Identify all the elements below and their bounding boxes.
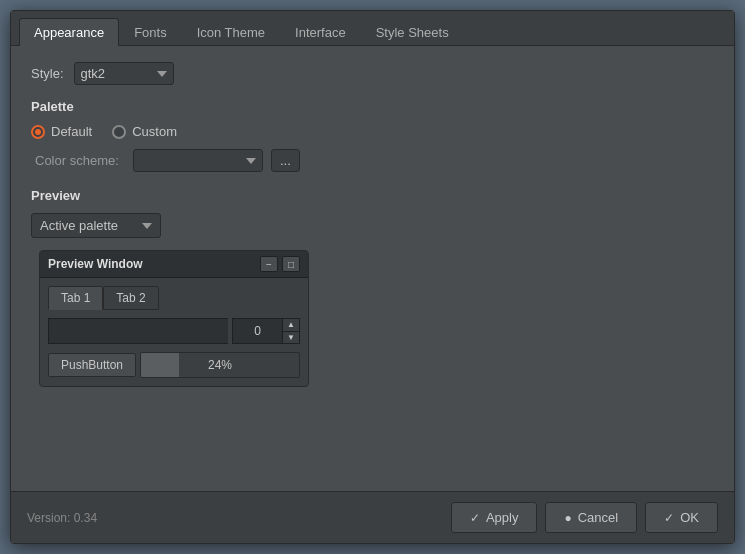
- spinner-up-arrow[interactable]: ▲: [283, 319, 299, 332]
- preview-tab-1[interactable]: Tab 1: [48, 286, 103, 310]
- ok-button[interactable]: ✓ OK: [645, 502, 718, 533]
- progress-bar: 24%: [140, 352, 300, 378]
- ok-label: OK: [680, 510, 699, 525]
- spinner-value: 0: [233, 319, 283, 343]
- color-scheme-label: Color scheme:: [35, 153, 125, 168]
- main-content: Style: gtk2 gtk3 fusion Palette Default …: [11, 46, 734, 491]
- color-scheme-row: Color scheme: ...: [31, 149, 714, 172]
- tab-style-sheets[interactable]: Style Sheets: [361, 18, 464, 46]
- cancel-icon: ●: [564, 511, 571, 525]
- spinner-arrows: ▲ ▼: [283, 319, 299, 343]
- progress-row: PushButton 24%: [48, 352, 300, 378]
- pushbutton[interactable]: PushButton: [48, 353, 136, 377]
- version-text: Version: 0.34: [27, 511, 97, 525]
- main-dialog: Appearance Fonts Icon Theme Interface St…: [10, 10, 735, 544]
- preview-window: Preview Window − □ Tab 1 Tab 2 0: [39, 250, 309, 387]
- tab-interface[interactable]: Interface: [280, 18, 361, 46]
- apply-button[interactable]: ✓ Apply: [451, 502, 538, 533]
- palette-section: Palette Default Custom Color scheme: ...: [31, 99, 714, 172]
- style-label: Style:: [31, 66, 64, 81]
- preview-title: Preview: [31, 188, 714, 203]
- style-select[interactable]: gtk2 gtk3 fusion: [74, 62, 174, 85]
- active-palette-select[interactable]: Active palette Inactive palette Disabled…: [31, 213, 161, 238]
- footer-buttons: ✓ Apply ● Cancel ✓ OK: [451, 502, 718, 533]
- preview-tab-2[interactable]: Tab 2: [103, 286, 158, 310]
- preview-window-title: Preview Window: [48, 257, 143, 271]
- style-row: Style: gtk2 gtk3 fusion: [31, 62, 714, 85]
- apply-label: Apply: [486, 510, 519, 525]
- color-scheme-select[interactable]: [133, 149, 263, 172]
- preview-body: Tab 1 Tab 2 0 ▲ ▼: [40, 278, 308, 386]
- progress-bar-fill: [141, 353, 179, 377]
- active-palette-row: Active palette Inactive palette Disabled…: [31, 213, 714, 238]
- palette-title: Palette: [31, 99, 714, 114]
- radio-custom[interactable]: Custom: [112, 124, 177, 139]
- radio-default-input[interactable]: [31, 125, 45, 139]
- spinner-row: 0 ▲ ▼: [48, 318, 300, 344]
- cancel-button[interactable]: ● Cancel: [545, 502, 637, 533]
- apply-icon: ✓: [470, 511, 480, 525]
- tab-appearance[interactable]: Appearance: [19, 18, 119, 46]
- color-scheme-browse-button[interactable]: ...: [271, 149, 300, 172]
- radio-default[interactable]: Default: [31, 124, 92, 139]
- footer: Version: 0.34 ✓ Apply ● Cancel ✓ OK: [11, 491, 734, 543]
- cancel-label: Cancel: [578, 510, 618, 525]
- palette-radio-group: Default Custom: [31, 124, 714, 139]
- spinner-down-arrow[interactable]: ▼: [283, 332, 299, 344]
- spinner-input-area: [48, 318, 228, 344]
- tab-icon-theme[interactable]: Icon Theme: [182, 18, 280, 46]
- progress-bar-text: 24%: [208, 358, 232, 372]
- radio-custom-input[interactable]: [112, 125, 126, 139]
- preview-section: Preview Active palette Inactive palette …: [31, 188, 714, 387]
- preview-titlebar: Preview Window − □: [40, 251, 308, 278]
- preview-controls: − □: [260, 256, 300, 272]
- spinner-container: 0 ▲ ▼: [232, 318, 300, 344]
- radio-custom-label: Custom: [132, 124, 177, 139]
- preview-tabs: Tab 1 Tab 2: [48, 286, 300, 310]
- preview-restore-button[interactable]: □: [282, 256, 300, 272]
- tab-bar: Appearance Fonts Icon Theme Interface St…: [11, 11, 734, 46]
- tab-fonts[interactable]: Fonts: [119, 18, 182, 46]
- ok-icon: ✓: [664, 511, 674, 525]
- preview-minimize-button[interactable]: −: [260, 256, 278, 272]
- radio-default-label: Default: [51, 124, 92, 139]
